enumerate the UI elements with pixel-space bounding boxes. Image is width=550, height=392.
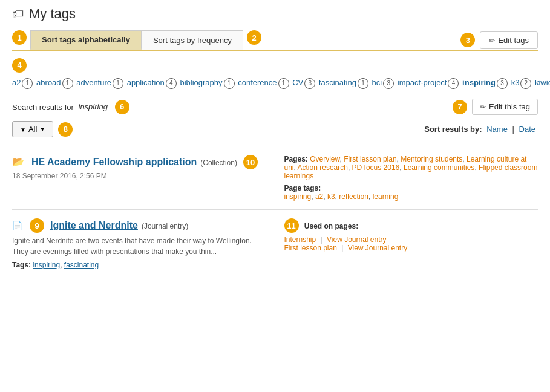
- tag-link-abroad[interactable]: abroad: [36, 78, 61, 87]
- filter-label: All: [28, 125, 37, 134]
- step-badge-7: 7: [453, 100, 467, 114]
- tag-link-inspiring[interactable]: inspiring: [284, 192, 312, 201]
- tag-count-badge: 1: [62, 78, 73, 89]
- tag-link-inspiring2[interactable]: inspiring: [33, 261, 60, 269]
- tag-item: bibliography1: [180, 78, 237, 87]
- result-type-2: (Journal entry): [142, 222, 188, 230]
- filter-icon: [20, 125, 26, 134]
- tag-count-badge: 1: [358, 78, 368, 89]
- pencil-icon-2: [480, 102, 486, 111]
- page-title-area: 🏷 My tags: [12, 6, 538, 22]
- tag-link-learning[interactable]: learning: [373, 192, 399, 201]
- edit-tag-area: 7 Edit this tag: [453, 99, 538, 115]
- tags-label-2: Tags:: [12, 261, 33, 269]
- result-desc-2: Ignite and Nerdnite are two events that …: [12, 235, 266, 257]
- sort-alpha-tab[interactable]: Sort tags alphabetically: [30, 30, 142, 50]
- page-link-pdfocus[interactable]: PD focus 2016: [352, 163, 400, 172]
- tag-link-inspiring[interactable]: inspiring: [462, 78, 496, 87]
- step-badge-8: 8: [58, 122, 73, 137]
- filter-button[interactable]: All ▼: [12, 121, 53, 137]
- result-title-area-2: 📄 9 Ignite and Nerdnite (Journal entry): [12, 218, 266, 233]
- tag-link-a2[interactable]: a2: [315, 192, 323, 201]
- result-left-2: 📄 9 Ignite and Nerdnite (Journal entry) …: [12, 218, 272, 269]
- tag-item: k32: [511, 78, 534, 87]
- tag-link-hci[interactable]: hci: [372, 78, 382, 87]
- step-badge-2: 2: [247, 30, 261, 45]
- result-title-link-1[interactable]: HE Academy Fellowship application: [31, 157, 197, 168]
- page-link-firstlesson[interactable]: First lesson plan: [344, 155, 396, 163]
- tag-link-a2[interactable]: a2: [12, 78, 21, 87]
- tags-area: 4 a21 abroad1 adventure1 application4 bi…: [12, 57, 538, 91]
- tag-item: kiwicon1: [535, 78, 550, 87]
- page-tags-label-1: Page tags:: [284, 184, 539, 192]
- tag-item: application4: [127, 78, 179, 87]
- sort-name-link[interactable]: Name: [486, 125, 508, 134]
- search-results-label: Search results for inspiring 6: [12, 100, 129, 114]
- tag-count-badge: 1: [278, 78, 289, 89]
- tag-icon: 🏷: [12, 7, 24, 21]
- results-list: 📂 HE Academy Fellowship application (Col…: [12, 146, 538, 278]
- internship-link[interactable]: Internship: [284, 235, 316, 244]
- tag-link-conference[interactable]: conference: [238, 78, 277, 87]
- chevron-down-icon: ▼: [39, 126, 45, 132]
- view-journal-2[interactable]: View Journal entry: [348, 244, 408, 252]
- edit-tags-label: Edit tags: [498, 36, 529, 45]
- edit-tag-button[interactable]: Edit this tag: [472, 99, 538, 115]
- tag-link-k3[interactable]: k3: [511, 78, 520, 87]
- tag-item: hci3: [372, 78, 396, 87]
- sort-date-link[interactable]: Date: [519, 125, 535, 134]
- result-left-1: 📂 HE Academy Fellowship application (Col…: [12, 155, 272, 201]
- page-link-action[interactable]: Action research: [298, 163, 348, 172]
- edit-tags-button[interactable]: Edit tags: [480, 31, 538, 49]
- page-link-communities[interactable]: Learning communities: [404, 163, 474, 172]
- tag-link-CV[interactable]: CV: [292, 78, 303, 87]
- tag-link-bibliography[interactable]: bibliography: [180, 78, 222, 87]
- step-badge-6: 6: [115, 100, 129, 114]
- result-item-1: 📂 HE Academy Fellowship application (Col…: [12, 146, 538, 210]
- step-badge-3: 3: [460, 33, 475, 47]
- tag-item: conference1: [238, 78, 291, 87]
- sort-separator: |: [512, 125, 514, 134]
- folder-icon: 📂: [12, 156, 24, 168]
- tag-item: fascinating1: [319, 78, 371, 87]
- tag-item: a21: [12, 78, 35, 87]
- filter-area: All ▼ 8: [12, 121, 73, 137]
- tag-link-k3[interactable]: k3: [327, 192, 335, 201]
- sort-freq-tab[interactable]: Sort tags by frequency: [142, 30, 243, 50]
- page-link-overview[interactable]: Overview: [310, 155, 339, 163]
- pipe-2: |: [341, 244, 343, 252]
- tag-link-reflection[interactable]: reflection: [339, 192, 368, 201]
- tag-item: adventure1: [76, 78, 125, 87]
- tag-link-impact-project[interactable]: impact-project: [398, 78, 447, 87]
- step-badge-4: 4: [12, 58, 27, 73]
- tag-count-badge: 1: [224, 78, 235, 89]
- result-type-1: (Collection): [200, 158, 237, 167]
- pipe-1: |: [321, 235, 322, 244]
- tags-container: a21 abroad1 adventure1 application4 bibl…: [12, 78, 550, 87]
- tag-link-fascinating[interactable]: fascinating: [319, 78, 356, 87]
- tag-count-badge: 1: [22, 78, 33, 89]
- result-title-link-2[interactable]: Ignite and Nerdnite: [50, 220, 138, 231]
- view-journal-1[interactable]: View Journal entry: [327, 235, 387, 244]
- tag-link-adventure[interactable]: adventure: [76, 78, 111, 87]
- search-query-text: inspiring: [79, 102, 108, 111]
- tag-count-badge: 2: [520, 78, 531, 89]
- tag-count-badge: 1: [113, 78, 123, 89]
- page-title: My tags: [29, 6, 76, 22]
- page-link-mentoring[interactable]: Mentoring students: [401, 155, 462, 163]
- pages-label-1: Pages:: [284, 155, 310, 163]
- first-lesson-link[interactable]: First lesson plan: [284, 244, 337, 252]
- page-tags-val-1: inspiring, a2, k3, reflection, learning: [284, 192, 399, 201]
- tag-link-kiwicon[interactable]: kiwicon: [535, 78, 550, 87]
- toolbar: 1 Sort tags alphabetically Sort tags by …: [12, 30, 538, 51]
- tag-link-application[interactable]: application: [127, 78, 165, 87]
- tag-count-badge: 4: [166, 78, 177, 89]
- page-links-1: Overview, First lesson plan, Mentoring s…: [284, 155, 538, 180]
- filter-sort-row: All ▼ 8 Sort results by: Name | Date: [12, 121, 538, 137]
- tag-link-fascinating[interactable]: fascinating: [64, 261, 99, 269]
- page-tags-area-1: Page tags: inspiring, a2, k3, reflection…: [284, 184, 539, 201]
- used-on-label: Used on pages:: [304, 222, 358, 230]
- tag-item: CV3: [292, 78, 318, 87]
- step-badge-9: 9: [30, 218, 44, 233]
- sort-results-area: Sort results by: Name | Date: [424, 125, 538, 134]
